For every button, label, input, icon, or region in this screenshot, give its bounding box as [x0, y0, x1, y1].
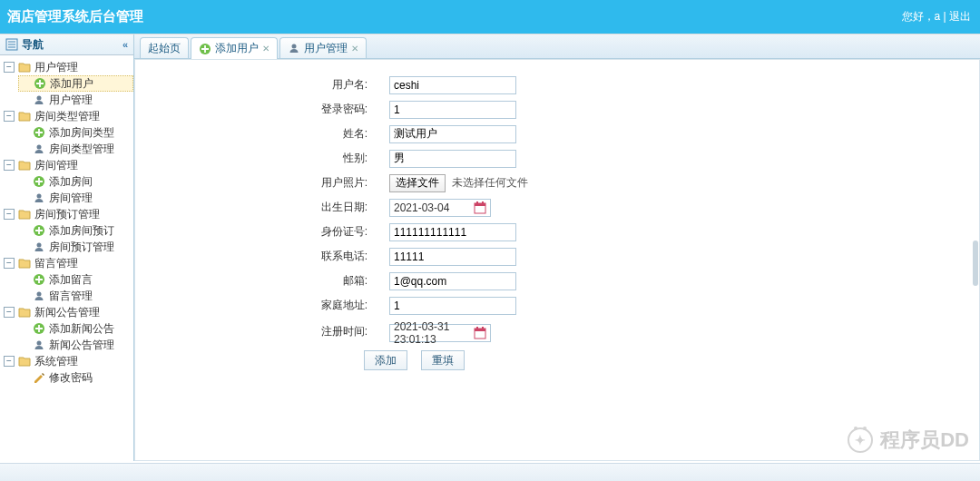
tree-group[interactable]: −房间预订管理: [4, 206, 133, 222]
sidebar: 导航 « −用户管理添加用户用户管理−房间类型管理添加房间类型房间类型管理−房间…: [0, 34, 134, 461]
input-idcard[interactable]: [389, 223, 516, 241]
tree-item-label[interactable]: 添加留言: [49, 271, 93, 288]
tree-group-label[interactable]: 房间类型管理: [34, 108, 100, 124]
tree-item[interactable]: 留言管理: [18, 288, 133, 304]
tree-item[interactable]: 修改密码: [18, 369, 133, 386]
tree-toggle[interactable]: −: [4, 62, 15, 73]
submit-button[interactable]: 添加: [364, 350, 407, 370]
input-gender[interactable]: [389, 150, 516, 168]
logout-link[interactable]: 退出: [949, 10, 971, 23]
user-icon: [32, 240, 46, 253]
folder-icon: [17, 257, 32, 270]
add-user-form: 用户名: 登录密码: 姓名: 性别: 用户照片:: [135, 73, 528, 345]
calendar-icon[interactable]: [474, 327, 486, 339]
tree-item[interactable]: 添加房间类型: [18, 124, 133, 141]
tree-item-label[interactable]: 添加新闻公告: [49, 320, 114, 337]
tree-group-label[interactable]: 房间预订管理: [34, 206, 100, 222]
label-idcard: 身份证号:: [135, 220, 389, 244]
tab-label: 用户管理: [304, 41, 348, 56]
user-icon: [32, 191, 46, 204]
add-icon: [32, 175, 46, 188]
tree-toggle[interactable]: −: [4, 111, 15, 122]
input-password[interactable]: [389, 101, 516, 119]
tree-item-label[interactable]: 房间管理: [49, 190, 93, 206]
greeting-text: 您好，a: [902, 10, 941, 23]
tree-item-label[interactable]: 添加房间预订: [49, 222, 114, 239]
label-regtime: 注册时间:: [135, 318, 389, 345]
input-realname[interactable]: [389, 125, 516, 143]
input-address[interactable]: [389, 297, 516, 315]
user-icon: [32, 93, 46, 106]
tree-item-label[interactable]: 留言管理: [49, 288, 93, 304]
tree-group-label[interactable]: 房间管理: [34, 157, 78, 173]
wechat-icon: ✦: [848, 427, 873, 453]
tree-item-label[interactable]: 添加用户: [50, 75, 93, 92]
edit-icon: [32, 371, 46, 384]
label-gender: 性别:: [135, 146, 389, 171]
input-regtime[interactable]: 2021-03-31 23:01:13: [389, 324, 491, 342]
label-birthday: 出生日期:: [135, 195, 389, 220]
collapse-sidebar-button[interactable]: «: [122, 39, 128, 50]
add-icon: [32, 273, 46, 286]
label-photo: 用户照片:: [135, 171, 389, 195]
tree-item[interactable]: 房间类型管理: [18, 141, 133, 157]
tree-item[interactable]: 添加用户: [18, 75, 133, 92]
tree-item-label[interactable]: 新闻公告管理: [49, 337, 114, 353]
tree-group[interactable]: −房间类型管理: [4, 108, 133, 124]
tree-group[interactable]: −房间管理: [4, 157, 133, 173]
tree-item-label[interactable]: 添加房间类型: [49, 124, 114, 141]
tree-group[interactable]: −留言管理: [4, 255, 133, 271]
tree-group[interactable]: −系统管理: [4, 353, 133, 369]
tree-item[interactable]: 添加新闻公告: [18, 320, 133, 337]
tree-group[interactable]: −新闻公告管理: [4, 304, 133, 320]
tree-item[interactable]: 添加留言: [18, 271, 133, 288]
tree-toggle[interactable]: −: [4, 307, 15, 318]
sidebar-title: 导航: [22, 37, 44, 53]
label-phone: 联系电话:: [135, 244, 389, 269]
tree-toggle[interactable]: −: [4, 160, 15, 171]
tree-group-label[interactable]: 新闻公告管理: [34, 304, 100, 320]
tree-item-label[interactable]: 添加房间: [49, 173, 93, 190]
tab[interactable]: 起始页: [140, 37, 189, 58]
tree-item[interactable]: 房间管理: [18, 190, 133, 206]
tree-item-label[interactable]: 房间类型管理: [49, 141, 114, 157]
label-password: 登录密码:: [135, 97, 389, 122]
tree-group[interactable]: −用户管理: [4, 59, 133, 75]
header-bar: 酒店管理系统后台管理 您好，a | 退出: [0, 0, 980, 34]
main-area: 起始页添加用户✕用户管理✕ 用户名: 登录密码: 姓名: 性别:: [134, 34, 980, 461]
tree-item[interactable]: 用户管理: [18, 92, 133, 108]
scrollbar-thumb[interactable]: [973, 240, 978, 286]
tree-item-label[interactable]: 修改密码: [49, 369, 93, 386]
add-icon: [32, 322, 46, 335]
tree-group-label[interactable]: 用户管理: [34, 59, 78, 75]
choose-file-button[interactable]: 选择文件: [389, 174, 446, 192]
tree-item[interactable]: 添加房间预订: [18, 222, 133, 239]
tab[interactable]: 添加用户✕: [191, 37, 278, 59]
tab-close-button[interactable]: ✕: [351, 44, 358, 54]
tree-group-label[interactable]: 系统管理: [34, 353, 78, 369]
tree-item[interactable]: 新闻公告管理: [18, 337, 133, 353]
input-username[interactable]: [389, 76, 516, 94]
tree-item[interactable]: 房间预订管理: [18, 239, 133, 255]
tree-item-label[interactable]: 房间预订管理: [49, 239, 114, 255]
reset-button[interactable]: 重填: [421, 350, 465, 370]
input-phone[interactable]: [389, 248, 516, 266]
folder-icon: [17, 110, 32, 123]
folder-icon: [17, 208, 32, 221]
tree-toggle[interactable]: −: [4, 356, 15, 367]
tree-toggle[interactable]: −: [4, 258, 15, 269]
nav-icon: [5, 38, 18, 51]
tab-bar: 起始页添加用户✕用户管理✕: [134, 34, 980, 59]
tab[interactable]: 用户管理✕: [279, 37, 367, 58]
tab-close-button[interactable]: ✕: [262, 44, 270, 54]
calendar-icon[interactable]: [474, 201, 486, 214]
tree-item-label[interactable]: 用户管理: [49, 92, 93, 108]
tree-item[interactable]: 添加房间: [18, 173, 133, 190]
input-email[interactable]: [389, 272, 516, 290]
tree-toggle[interactable]: −: [4, 209, 15, 220]
folder-icon: [17, 355, 32, 368]
folder-icon: [17, 61, 32, 74]
tree-group-label[interactable]: 留言管理: [34, 255, 78, 271]
input-birthday[interactable]: 2021-03-04: [389, 199, 491, 217]
add-icon: [33, 77, 47, 90]
